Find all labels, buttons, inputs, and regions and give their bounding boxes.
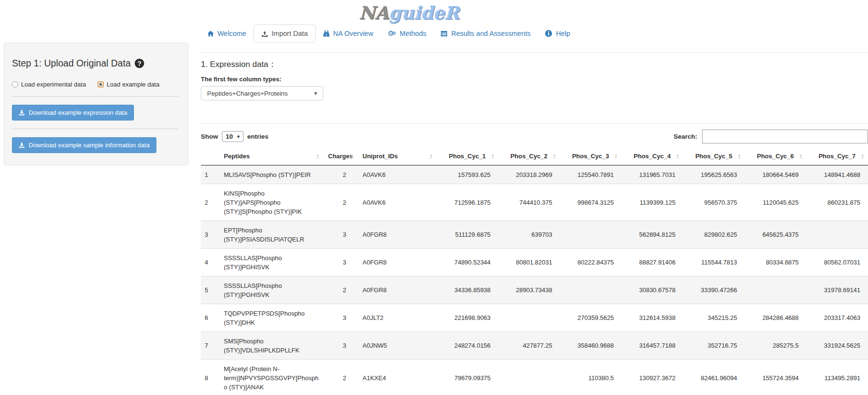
column-header-label: Peptides (224, 153, 250, 160)
caret-down-icon: ▾ (314, 90, 317, 97)
cell-phos_cyc_1: 34336.85938 (437, 276, 498, 304)
cell-phos_cyc_1: 248274.0156 (437, 332, 498, 360)
cell-phos_cyc_7: 203317.4063 (806, 304, 868, 332)
sort-icons: ▲▼ (737, 154, 741, 159)
table-row: 7SMS[Phospho (STY)]VDLSHIPLKDPLLFK3A0JNW… (201, 332, 868, 360)
cell-phos_cyc_6: 284286.4688 (745, 304, 806, 332)
column-header-phos_cyc_2[interactable]: Phos_Cyc_2▲▼ (498, 148, 560, 165)
cell-phos_cyc_1: 74890.52344 (437, 249, 498, 276)
column-header-phos_cyc_3[interactable]: Phos_Cyc_3▲▼ (560, 148, 622, 165)
question-circle-icon[interactable]: ? (134, 58, 144, 68)
sort-icons: ▲▼ (351, 154, 354, 159)
cell-phos_cyc_2 (498, 360, 560, 395)
column-header-phos_cyc_4[interactable]: Phos_Cyc_4▲▼ (622, 148, 683, 165)
cell-phos_cyc_3: 998674.3125 (560, 184, 622, 221)
cell-phos_cyc_6: 80334.6875 (745, 249, 806, 276)
cell-peptides: M[Acetyl (Protein N-term)]NPVYSPGSSGVPY[… (219, 360, 323, 395)
sort-icons: ▲▼ (861, 154, 864, 159)
entries-label: entries (247, 133, 268, 140)
button-label: Download example sample information data (29, 142, 150, 149)
cell-phos_cyc_3 (560, 276, 622, 304)
cell-phos_cyc_6: 645625.4375 (745, 221, 806, 249)
column-header-phos_cyc_5[interactable]: Phos_Cyc_5▲▼ (683, 148, 745, 165)
naguider-app: NAguideR Welcome Import Data NA Overview (0, 0, 868, 395)
tab-results-and-assessments[interactable]: Results and Assessments (433, 25, 538, 42)
cell-charges: 2 (323, 360, 358, 395)
page-length-value: 10 (226, 133, 233, 140)
logo-text-guider: guideR (389, 2, 459, 23)
column-header-phos_cyc_7[interactable]: Phos_Cyc_7▲▼ (806, 148, 868, 165)
caret-down-icon: ▾ (237, 134, 240, 139)
column-types-select[interactable]: Peptides+Charges+Proteins ▾ (201, 86, 323, 100)
cell-peptides: TQDPVPPETPSDS[Phospho (STY)]DHK (219, 304, 323, 332)
cell-phos_cyc_3: 110380.5 (560, 360, 622, 395)
page-length-select[interactable]: 10 ▾ (222, 131, 243, 142)
home-icon (207, 30, 214, 37)
show-label: Show (201, 133, 218, 140)
cell-phos_cyc_1: 712596.1875 (437, 184, 498, 221)
tab-help[interactable]: i Help (538, 25, 577, 42)
radio-unselected-icon[interactable] (12, 81, 18, 88)
sort-icons: ▲▼ (615, 154, 618, 159)
tab-methods[interactable]: ⚙⚙ Methods (380, 25, 433, 42)
table-icon (440, 30, 448, 37)
cell-phos_cyc_5: 352716.75 (683, 332, 745, 360)
radio-selected-icon[interactable] (98, 81, 104, 88)
cell-phos_cyc_7: 860231.875 (806, 184, 868, 221)
table-search-control: Search: (673, 130, 868, 143)
tab-na-overview[interactable]: NA Overview (316, 25, 381, 42)
column-header-peptides[interactable]: Peptides▲▼ (219, 148, 323, 165)
cell-uniprot_ids: A1KXE4 (358, 360, 437, 395)
cell-uniprot_ids: A0JNW5 (358, 332, 437, 360)
svg-text:?: ? (138, 60, 142, 67)
cell-phos_cyc_7: 331924.5625 (806, 332, 868, 360)
column-header-charges[interactable]: Charges▲▼ (323, 148, 358, 165)
cell-charges: 2 (323, 276, 358, 304)
column-header-uniprot_ids[interactable]: Uniprot_IDs▲▼ (358, 148, 437, 165)
cell-phos_cyc_3: 80222.84375 (560, 249, 622, 276)
cell-peptides: EPT[Phospho (STY)]PSIASDISLPIATQELR (219, 221, 323, 249)
section-title: 1. Expression data： (201, 59, 868, 70)
cell-uniprot_ids: A0FGR8 (358, 221, 437, 249)
tab-import-data[interactable]: Import Data (253, 24, 316, 43)
sort-icons: ▲▼ (316, 154, 319, 159)
download-example-expression-data-button[interactable]: Download example expression data (12, 105, 134, 121)
row-number: 1 (201, 165, 219, 184)
radio-label[interactable]: Load experimental data (21, 81, 86, 88)
column-header-label: Phos_Cyc_3 (572, 153, 609, 160)
search-input[interactable] (702, 130, 868, 143)
radio-load-example-data[interactable]: Load example data (98, 81, 160, 88)
cell-phos_cyc_6 (745, 276, 806, 304)
cell-charges: 3 (323, 304, 358, 332)
column-header-phos_cyc_1[interactable]: Phos_Cyc_1▲▼ (437, 148, 498, 165)
sort-icons: ▲▼ (491, 154, 494, 159)
cell-phos_cyc_2: 80801.82031 (498, 249, 560, 276)
cell-phos_cyc_2: 203318.2969 (498, 165, 560, 184)
cell-phos_cyc_1: 157593.625 (437, 165, 498, 184)
cell-phos_cyc_2: 427877.25 (498, 332, 560, 360)
tab-welcome[interactable]: Welcome (200, 25, 253, 42)
cell-phos_cyc_4: 130927.3672 (622, 360, 683, 395)
cell-phos_cyc_3: 270359.5625 (560, 304, 622, 332)
download-example-sample-information-data-button[interactable]: Download example sample information data (12, 137, 156, 153)
cell-uniprot_ids: A0AVK6 (358, 184, 437, 221)
cell-phos_cyc_5: 115544.7813 (683, 249, 745, 276)
cell-phos_cyc_2: 639703 (498, 221, 560, 249)
panel-title: Step 1: Upload Original Data ? (12, 58, 178, 69)
cell-phos_cyc_5: 33390.47266 (683, 276, 745, 304)
column-header-phos_cyc_6[interactable]: Phos_Cyc_6▲▼ (745, 148, 806, 165)
table-row: 3EPT[Phospho (STY)]PSIASDISLPIATQELR3A0F… (201, 221, 868, 249)
sort-icons: ▲▼ (676, 154, 679, 159)
cell-phos_cyc_7: 148941.4688 (806, 165, 868, 184)
cell-phos_cyc_5: 956570.375 (683, 184, 745, 221)
app-logo: NAguideR (0, 0, 843, 23)
search-label: Search: (673, 133, 697, 140)
cell-phos_cyc_1: 221698.9063 (437, 304, 498, 332)
radio-label[interactable]: Load example data (107, 81, 160, 88)
row-number: 5 (201, 276, 219, 304)
column-header-label: Phos_Cyc_1 (449, 153, 486, 160)
table-row: 5SSSSLLAS[Phospho (STY)]PGHISVK2A0FGR834… (201, 276, 868, 304)
radio-load-experimental-data[interactable]: Load experimental data (12, 81, 86, 88)
divider (201, 123, 868, 124)
cell-phos_cyc_5: 345215.25 (683, 304, 745, 332)
